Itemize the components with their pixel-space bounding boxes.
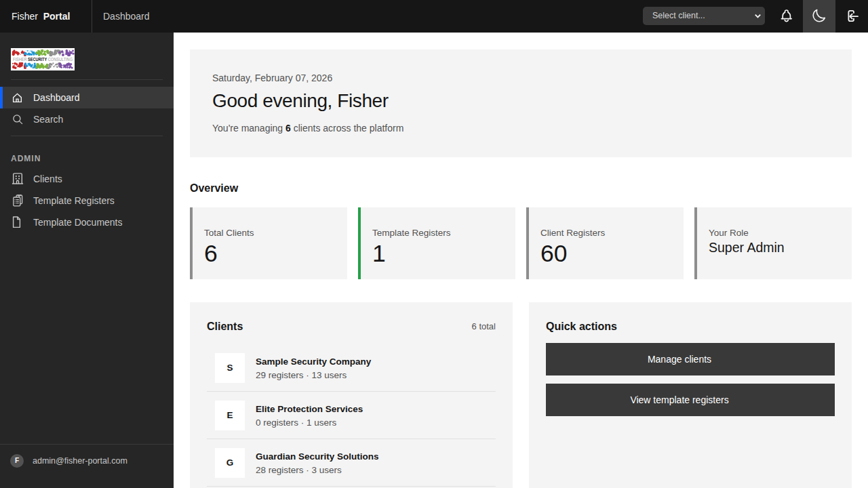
svg-text:FISHER SECURITY CONSULTING: FISHER SECURITY CONSULTING — [13, 57, 73, 62]
